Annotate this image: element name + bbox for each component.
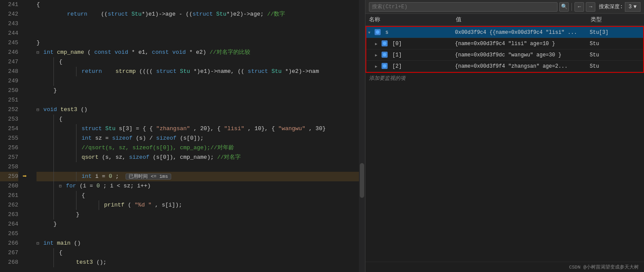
toolbar-separator (571, 3, 572, 11)
watch-row-s0[interactable]: ▶ [0] {name=0x00d3f9c4 "lisi" age=10 } S… (366, 38, 643, 49)
collapse-icon-246[interactable]: ⊟ (37, 50, 39, 55)
expand-icon-s0[interactable]: ▶ (375, 42, 377, 46)
watch-value-s: 0x00d3f9c4 {{name=0x00d3f9c4 "lisi" ... (453, 27, 588, 38)
watch-name-s1: ▶ [1] (366, 49, 453, 61)
depth-select[interactable]: 3 ▼ (625, 2, 641, 12)
watch-type-s2: Stu (588, 61, 643, 72)
db-icon-s (375, 29, 381, 35)
watch-spacer (365, 84, 644, 262)
expand-icon-s2[interactable]: ▶ (375, 65, 377, 69)
code-line-261: { (37, 191, 359, 200)
watch-name-s0: ▶ [0] (366, 38, 453, 49)
code-line-245: } (37, 38, 359, 48)
code-line-243 (37, 19, 359, 29)
code-line-249 (37, 76, 359, 86)
watch-toolbar: 🔍 ← → 搜索深度: 3 ▼ (365, 0, 644, 14)
code-panel: 241 242 243 244 245 246 247 248 249 250 … (0, 0, 365, 272)
watch-value-s1: {name=0x00d3f9dc "wangwu" age=30 } (453, 49, 588, 61)
code-line-252: ⊟ void test3 () (37, 105, 359, 115)
code-line-263: } (37, 210, 359, 220)
code-line-242: return ((struct Stu*)e1)->age - ((struct… (37, 10, 359, 19)
watch-value-s2: {name=0x00d3f9f4 "zhangsan" age=2... (453, 61, 588, 72)
watch-name-s: ▼ s (366, 27, 453, 38)
execution-arrow: ➡ (23, 172, 27, 181)
code-line-262: printf ( "%d " , s[i]); (37, 200, 359, 210)
code-line-260: ⊟ for (i = 0 ; i < sz; i++) (37, 181, 359, 191)
search-button[interactable]: 🔍 (559, 2, 569, 12)
expand-icon-s1[interactable]: ▶ (375, 53, 377, 58)
code-line-265 (37, 229, 359, 239)
watch-header: 名称 值 类型 (365, 14, 644, 26)
watch-type-s1: Stu (588, 49, 643, 61)
code-line-255: int sz = sizeof (s) / sizeof (s[0]); (37, 134, 359, 143)
code-line-257: qsort (s, sz, sizeof (s[0]), cmp_name); … (37, 153, 359, 162)
code-line-250: } (37, 86, 359, 95)
time-badge: 已用时间 <= 1ms (126, 174, 171, 180)
code-line-247: { (37, 57, 359, 67)
code-line-254: struct Stu s[3] = { { "zhangsan" , 20}, … (37, 124, 359, 134)
watch-value-s0: {name=0x00d3f9c4 "lisi" age=10 } (453, 38, 588, 49)
watch-type-s0: Stu (588, 38, 643, 49)
header-type: 类型 (587, 14, 644, 26)
search-input[interactable] (369, 2, 558, 12)
code-line-266: ⊟ int main () (37, 239, 359, 248)
code-line-241: { (37, 0, 359, 10)
db-icon-s1 (382, 52, 388, 58)
code-line-248: return strcmp (((( struct Stu *)e1)->nam… (37, 67, 359, 76)
collapse-icon-266[interactable]: ⊟ (37, 241, 39, 246)
nav-back-button[interactable]: ← (574, 2, 584, 12)
header-name: 名称 (365, 14, 452, 26)
header-value: 值 (452, 14, 587, 26)
collapse-icon-252[interactable]: ⊟ (37, 108, 39, 112)
gutter: ➡ (22, 0, 35, 272)
add-watch-row[interactable]: 添加要监视的项 (365, 73, 644, 84)
depth-label: 搜索深度: (599, 3, 623, 10)
code-line-253: { (37, 115, 359, 124)
expand-icon-s[interactable]: ▼ (368, 31, 370, 35)
watch-row-s[interactable]: ▼ s 0x00d3f9c4 {{name=0x00d3f9c4 "lisi" … (366, 27, 643, 38)
scrollbar-thumb[interactable] (360, 163, 364, 198)
code-line-267: { (37, 248, 359, 258)
collapse-icon-260[interactable]: ⊟ (59, 184, 62, 189)
watch-panel: 🔍 ← → 搜索深度: 3 ▼ 名称 值 类型 ▼ s 0x00d3f9c4 {… (365, 0, 644, 272)
scrollbar-track[interactable] (359, 0, 365, 272)
code-line-259: int i = 0 ; 已用时间 <= 1ms (37, 172, 359, 181)
watch-values-container: ▼ s 0x00d3f9c4 {{name=0x00d3f9c4 "lisi" … (365, 26, 644, 73)
code-content: { return ((struct Stu*)e1)->age - ((stru… (35, 0, 359, 272)
line-numbers: 241 242 243 244 245 246 247 248 249 250 … (0, 0, 22, 272)
attribution: CSDN @小树苗渴望变成参天大树 (365, 262, 644, 272)
watch-row-s1[interactable]: ▶ [1] {name=0x00d3f9dc "wangwu" age=30 }… (366, 49, 643, 61)
db-icon-s2 (382, 63, 388, 69)
db-icon-s0 (382, 40, 388, 46)
code-line-244 (37, 29, 359, 38)
code-line-258 (37, 162, 359, 172)
code-line-264: } (37, 220, 359, 229)
code-line-251 (37, 95, 359, 105)
watch-type-s: Stu[3] (588, 27, 643, 38)
code-line-246: ⊟ int cmp_name ( const void * e1, const … (37, 48, 359, 57)
code-line-256: //qsort(s, sz, sizeof(s[0]), cmp_age);//… (37, 143, 359, 153)
watch-row-s2[interactable]: ▶ [2] {name=0x00d3f9f4 "zhangsan" age=2.… (366, 61, 643, 72)
nav-fwd-button[interactable]: → (586, 2, 595, 12)
code-line-268: test3 (); (37, 258, 359, 267)
watch-name-s2: ▶ [2] (366, 61, 453, 72)
